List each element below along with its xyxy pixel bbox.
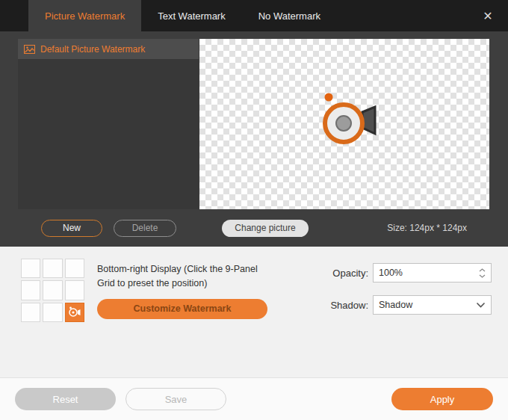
grid-cell-top-left[interactable] (21, 259, 40, 278)
preview-canvas[interactable] (199, 39, 489, 209)
position-settings-panel: Bottom-right Display (Click the 9-Panel … (0, 247, 508, 377)
save-button[interactable]: Save (126, 388, 226, 410)
watermark-dialog: Picture Watermark Text Watermark No Wate… (0, 0, 508, 420)
new-button[interactable]: New (41, 220, 102, 237)
close-button[interactable]: ✕ (478, 0, 498, 31)
spinner-up-icon[interactable] (479, 268, 486, 272)
camera-recorder-icon (68, 306, 81, 318)
grid-cell-bottom-center[interactable] (43, 303, 62, 322)
shadow-label: Shadow: (327, 300, 368, 311)
opacity-row: Opacity: 100% (327, 263, 492, 282)
tab-label: Picture Watermark (45, 10, 125, 22)
preview-actions: Change picture Size: 124px * 124px (199, 220, 489, 237)
shadow-value: Shadow (379, 300, 476, 310)
effect-settings: Opacity: 100% Shadow: Shado (327, 259, 492, 327)
watermark-editor-panel: Default Picture Watermark New Delete Cha… (0, 31, 508, 247)
editor-bottom: New Delete Change picture Size: 124px * … (18, 209, 489, 247)
grid-cell-top-right[interactable] (65, 259, 84, 278)
shadow-row: Shadow: Shadow (327, 295, 492, 315)
customize-watermark-button[interactable]: Customize Watermark (97, 299, 267, 319)
picture-icon (24, 45, 35, 54)
editor-top: Default Picture Watermark (18, 39, 489, 209)
tab-no-watermark[interactable]: No Watermark (242, 0, 337, 31)
grid-cell-bottom-left[interactable] (21, 303, 40, 322)
grid-cell-middle-left[interactable] (21, 280, 40, 300)
opacity-spinner (479, 268, 486, 278)
opacity-value: 100% (379, 268, 479, 278)
position-grid (21, 259, 84, 322)
size-label: Size: 124px * 124px (387, 223, 467, 233)
dialog-footer: Reset Save Apply (0, 377, 508, 420)
grid-cell-bottom-right[interactable] (65, 303, 84, 322)
tab-label: No Watermark (258, 10, 320, 22)
opacity-label: Opacity: (327, 268, 368, 279)
position-info: Bottom-right Display (Click the 9-Panel … (97, 259, 270, 319)
tab-text-watermark[interactable]: Text Watermark (141, 0, 242, 31)
spinner-down-icon[interactable] (479, 274, 486, 278)
close-icon: ✕ (483, 9, 492, 23)
shadow-select[interactable]: Shadow (373, 295, 492, 315)
watermark-graphic[interactable] (297, 87, 391, 161)
watermark-item-label: Default Picture Watermark (40, 44, 145, 55)
tab-picture-watermark[interactable]: Picture Watermark (28, 0, 141, 31)
chevron-down-icon (476, 302, 486, 308)
grid-cell-middle-right[interactable] (65, 280, 84, 300)
tab-label: Text Watermark (158, 10, 226, 22)
change-picture-button[interactable]: Change picture (222, 220, 309, 237)
reset-button[interactable]: Reset (15, 388, 116, 410)
opacity-input[interactable]: 100% (373, 263, 492, 282)
delete-button[interactable]: Delete (114, 220, 176, 237)
apply-button[interactable]: Apply (391, 388, 493, 410)
position-description: Bottom-right Display (Click the 9-Panel … (97, 262, 270, 291)
list-actions: New Delete (18, 220, 199, 237)
tab-bar: Picture Watermark Text Watermark No Wate… (0, 0, 508, 31)
grid-cell-center[interactable] (43, 280, 62, 300)
watermark-list: Default Picture Watermark (18, 39, 199, 209)
watermark-list-item-default[interactable]: Default Picture Watermark (18, 39, 199, 59)
grid-cell-top-center[interactable] (43, 259, 62, 278)
